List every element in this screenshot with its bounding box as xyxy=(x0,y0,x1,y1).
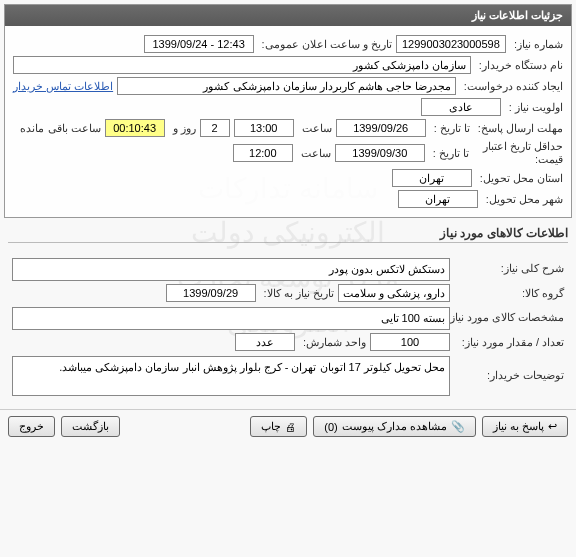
creator-field: مجدرضا حاجی هاشم کاربردار سازمان دامپزشک… xyxy=(117,77,456,95)
spec-label: مشخصات کالای مورد نیاز: xyxy=(454,311,564,324)
announce-label: تاریخ و ساعت اعلان عمومی: xyxy=(258,38,392,51)
priority-label: اولویت نیاز : xyxy=(505,101,563,114)
contact-link[interactable]: اطلاعات تماس خریدار xyxy=(13,80,113,93)
qty-label: تعداد / مقدار مورد نیاز: xyxy=(454,336,564,349)
unit-field: عدد xyxy=(235,333,295,351)
req-no-label: شماره نیاز: xyxy=(510,38,563,51)
remaining-time-field: 00:10:43 xyxy=(105,119,165,137)
desc-field: دستکش لاتکس بدون پودر xyxy=(12,258,450,281)
deadline-date-field: 1399/09/26 xyxy=(336,119,426,137)
need-date-field: 1399/09/29 xyxy=(166,284,256,302)
deadline-time-field: 13:00 xyxy=(234,119,294,137)
time-label-1: ساعت xyxy=(298,122,332,135)
days-field: 2 xyxy=(200,119,230,137)
need-details-panel: جزئیات اطلاعات نیاز شماره نیاز: 12990030… xyxy=(4,4,572,218)
need-date-label: تاریخ نیاز به کالا: xyxy=(260,287,334,300)
spec-field: بسته 100 تایی xyxy=(12,307,450,330)
priority-field: عادی xyxy=(421,98,501,116)
min-credit-label: حداقل تاریخ اعتبار قیمت: xyxy=(473,140,563,166)
desc-label: شرح کلی نیاز: xyxy=(454,262,564,275)
print-icon: 🖨 xyxy=(285,421,296,433)
credit-time-field: 12:00 xyxy=(233,144,293,162)
unit-label: واحد شمارش: xyxy=(299,336,366,349)
goods-info-title: اطلاعات کالاهای مورد نیاز xyxy=(8,226,568,240)
credit-date-field: 1399/09/30 xyxy=(335,144,425,162)
need-details-header: جزئیات اطلاعات نیاز xyxy=(5,5,571,26)
attachment-icon: 📎 xyxy=(451,420,465,433)
group-field: دارو، پزشکی و سلامت xyxy=(338,284,450,302)
remain-label: ساعت باقی مانده xyxy=(16,122,100,135)
deadline-label: مهلت ارسال پاسخ: xyxy=(474,122,563,135)
creator-label: ایجاد کننده درخواست: xyxy=(460,80,563,93)
days-label: روز و xyxy=(169,122,196,135)
view-docs-button[interactable]: 📎 مشاهده مدارک پیوست (0) xyxy=(313,416,476,437)
footer-actions: ↩ پاسخ به نیاز 📎 مشاهده مدارک پیوست (0) … xyxy=(0,409,576,443)
time-label-2: ساعت xyxy=(297,147,331,160)
back-button[interactable]: بازگشت xyxy=(61,416,120,437)
qty-field: 100 xyxy=(370,333,450,351)
notes-field: محل تحویل کیلوتر 17 اتوبان تهران - کرج ب… xyxy=(12,356,450,396)
buyer-field: سازمان دامپزشکی کشور xyxy=(13,56,471,74)
req-no-field: 1299003023000598 xyxy=(396,35,506,53)
province-label: استان محل تحویل: xyxy=(476,172,563,185)
divider xyxy=(8,242,568,243)
city-label: شهر محل تحویل: xyxy=(482,193,563,206)
announce-field: 12:43 - 1399/09/24 xyxy=(144,35,254,53)
reply-icon: ↩ xyxy=(548,420,557,433)
exit-button[interactable]: خروج xyxy=(8,416,55,437)
buyer-label: نام دستگاه خریدار: xyxy=(475,59,563,72)
group-label: گروه کالا: xyxy=(454,287,564,300)
to-date-label: تا تاریخ : xyxy=(430,122,470,135)
city-field: تهران xyxy=(398,190,478,208)
to-date2-label: تا تاریخ : xyxy=(429,147,469,160)
goods-info-panel: شرح کلی نیاز: دستکش لاتکس بدون پودر گروه… xyxy=(4,247,572,405)
print-button[interactable]: 🖨 چاپ xyxy=(250,416,307,437)
province-field: تهران xyxy=(392,169,472,187)
respond-button[interactable]: ↩ پاسخ به نیاز xyxy=(482,416,568,437)
notes-label: توضیحات خریدار: xyxy=(454,369,564,382)
